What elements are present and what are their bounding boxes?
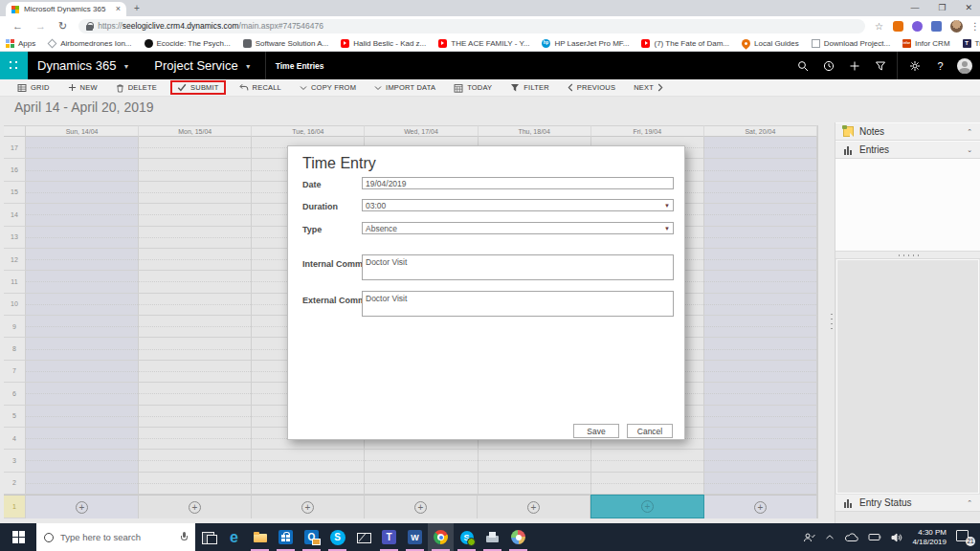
day-header[interactable]: Sat, 20/04 (704, 125, 817, 137)
module-switcher[interactable]: Project Service (154, 58, 237, 73)
save-button[interactable]: Save (573, 424, 619, 438)
calendar-cell[interactable] (252, 473, 365, 495)
bookmark-item[interactable]: (7) The Fate of Dam... (641, 39, 729, 48)
next-button[interactable]: NEXT (632, 81, 665, 94)
new-button[interactable]: NEW (66, 81, 100, 94)
task-view-taskbar-button[interactable] (195, 523, 221, 551)
day-header[interactable]: Mon, 15/04 (139, 125, 252, 137)
calendar-cell[interactable] (591, 473, 704, 495)
calendar-cell[interactable] (704, 406, 817, 428)
bookmark-item[interactable]: Download Project... (812, 39, 890, 48)
notes-panel-header[interactable]: Notes ⌃ (835, 122, 980, 141)
calendar-cell[interactable] (704, 227, 817, 249)
chevron-down-icon[interactable]: ▼ (245, 63, 252, 70)
calendar-cell[interactable] (365, 473, 478, 495)
calendar-cell[interactable] (139, 204, 252, 226)
plus-circle-icon[interactable]: + (641, 500, 654, 513)
add-entry-cell[interactable]: + (139, 495, 252, 518)
calendar-cell[interactable] (26, 338, 139, 360)
cancel-button[interactable]: Cancel (627, 424, 673, 438)
date-field[interactable] (362, 177, 674, 189)
import-data-button[interactable]: IMPORT DATA (372, 81, 437, 94)
filter-icon[interactable] (867, 52, 893, 79)
calendar-cell[interactable] (704, 271, 817, 293)
add-entry-cell[interactable]: + (704, 495, 817, 518)
calendar-cell[interactable] (26, 406, 139, 428)
calendar-cell[interactable] (26, 294, 139, 316)
quick-create-icon[interactable] (841, 52, 867, 79)
add-entry-cell[interactable]: + (478, 495, 590, 518)
calendar-cell[interactable] (139, 182, 252, 204)
calendar-cell[interactable] (365, 450, 478, 472)
tab-close-icon[interactable]: × (116, 5, 121, 13)
plus-circle-icon[interactable]: + (301, 501, 314, 514)
calendar-cell[interactable] (139, 294, 252, 316)
start-button[interactable] (0, 523, 36, 551)
onedrive-cloud-icon[interactable] (844, 533, 858, 542)
calendar-cell[interactable] (704, 159, 817, 181)
calendar-cell[interactable] (704, 137, 817, 159)
calendar-cell[interactable] (704, 361, 817, 383)
plus-circle-icon[interactable]: + (754, 501, 767, 514)
plus-circle-icon[interactable]: + (527, 501, 540, 514)
bookmark-item[interactable]: Apps (6, 39, 35, 48)
external-comments-field[interactable]: Doctor Visit (362, 291, 674, 317)
submit-button[interactable]: SUBMIT (170, 80, 226, 95)
copy-from-button[interactable]: COPY FROM (298, 81, 358, 94)
skype-taskbar-button[interactable] (324, 523, 350, 551)
calendar-cell[interactable] (704, 473, 817, 495)
bookmark-item[interactable]: Airbomedrones Ion... (48, 39, 131, 48)
sidebar-splitter[interactable] (828, 125, 835, 518)
teams-taskbar-button[interactable] (376, 523, 402, 551)
panel-splitter[interactable] (835, 252, 980, 259)
calendar-cell[interactable] (704, 294, 817, 316)
extension-icon[interactable] (931, 21, 942, 32)
type-select[interactable]: Absence ▼ (362, 222, 674, 234)
back-button[interactable]: ← (12, 21, 23, 32)
mail-taskbar-button[interactable] (350, 523, 376, 551)
browser-tab[interactable]: Microsoft Dynamics 365 × (6, 2, 126, 16)
bookmark-item[interactable]: THE ACE FAMILY - Y... (438, 39, 529, 48)
bookmark-item[interactable]: Local Guides (742, 39, 799, 48)
today-button[interactable]: TODAY (452, 81, 494, 95)
add-entry-cell[interactable]: + (365, 495, 478, 518)
delete-button[interactable]: DELETE (114, 81, 159, 95)
calendar-cell[interactable] (26, 450, 139, 472)
taskbar-search-input[interactable]: Type here to search (36, 523, 195, 551)
file-explorer-taskbar-button[interactable] (247, 523, 273, 551)
chevron-up-icon[interactable]: ⌃ (967, 499, 972, 507)
plus-circle-icon[interactable]: + (414, 501, 427, 514)
word-taskbar-button[interactable] (402, 523, 428, 551)
profile-avatar[interactable] (950, 20, 963, 33)
calendar-cell[interactable] (26, 428, 139, 450)
entry-status-panel-header[interactable]: Entry Status ⌃ (835, 494, 980, 512)
url-input[interactable]: https://seelogiclive.crm4.dynamics.com/m… (78, 19, 865, 33)
calendar-cell[interactable] (26, 383, 139, 405)
calendar-cell[interactable] (252, 450, 365, 472)
calendar-cell[interactable] (479, 450, 591, 472)
chrome-taskbar-button[interactable] (428, 523, 454, 551)
app-name[interactable]: Dynamics 365 (37, 58, 116, 73)
add-entry-cell[interactable]: + (252, 495, 365, 518)
chevron-down-icon[interactable]: ▼ (122, 63, 129, 70)
volume-icon[interactable] (891, 533, 902, 542)
bookmark-item[interactable]: HP LaserJet Pro MF... (542, 39, 629, 48)
add-entry-cell[interactable]: + (26, 495, 139, 518)
calendar-cell[interactable] (139, 473, 252, 495)
calendar-cell[interactable] (26, 204, 139, 226)
calendar-cell[interactable] (704, 428, 817, 450)
calendar-cell[interactable] (139, 249, 252, 271)
grid-button[interactable]: GRID (15, 81, 52, 95)
extension-icon[interactable] (912, 21, 923, 32)
paint-taskbar-button[interactable] (505, 523, 531, 551)
app-launcher-button[interactable] (0, 52, 28, 79)
day-header[interactable]: Sun, 14/04 (26, 125, 139, 137)
calendar-cell[interactable] (139, 428, 252, 450)
calendar-cell[interactable] (26, 182, 139, 204)
extension-icon[interactable] (893, 21, 903, 32)
browser-menu-icon[interactable]: ⋮ (970, 21, 980, 32)
forward-button[interactable]: → (35, 21, 46, 32)
calendar-cell[interactable] (704, 450, 817, 472)
outlook-taskbar-button[interactable] (299, 523, 324, 551)
calendar-cell[interactable] (26, 227, 139, 249)
